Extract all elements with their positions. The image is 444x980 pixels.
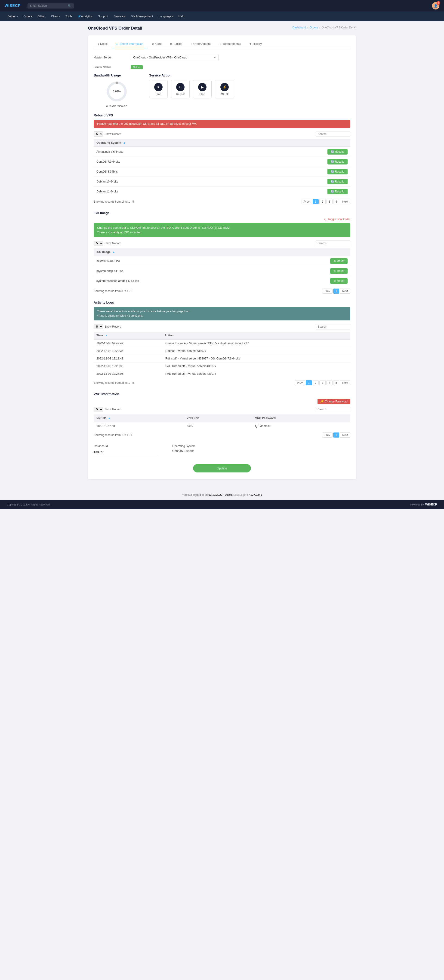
- tab-history[interactable]: ↺ History: [245, 40, 266, 48]
- activity-search-input[interactable]: [316, 324, 350, 329]
- menu-billing[interactable]: Billing: [35, 11, 48, 21]
- change-password-button[interactable]: 🔑 Change Password: [318, 399, 350, 404]
- instance-id-input[interactable]: [94, 449, 158, 455]
- activity-logs-section: Activity Logs: [94, 301, 350, 304]
- master-server-select[interactable]: OneCloud - OneProvider VPS - OneCloud: [131, 54, 219, 61]
- vnc-table-controls: 5 Show Record: [94, 407, 350, 412]
- activity-sort-icon: ▲: [105, 334, 107, 337]
- iso-search-input[interactable]: [316, 240, 350, 246]
- activity-page-5-btn[interactable]: 5: [333, 380, 340, 385]
- rebuild-page-1-btn[interactable]: 1: [313, 199, 319, 204]
- tab-blocks[interactable]: ▦ Blocks: [166, 40, 186, 48]
- rebuild-os-header[interactable]: Operating System ▲: [94, 139, 241, 147]
- stop-button[interactable]: ■ Stop: [149, 80, 168, 99]
- os-field: Operating System CentOS 8 64bits: [172, 444, 195, 455]
- activity-show-record-select[interactable]: 5: [94, 324, 103, 329]
- rebuild-centos79-button[interactable]: 🔄 Rebuild: [327, 159, 348, 164]
- tab-order-addons[interactable]: + Order Addons: [186, 40, 216, 48]
- rebuild-show-record-select[interactable]: 5: [94, 132, 103, 137]
- vnc-password-header: VNC Password: [252, 414, 350, 422]
- menu-help[interactable]: Help: [176, 11, 187, 21]
- activity-time-header[interactable]: Time ▲: [94, 332, 162, 339]
- menu-support[interactable]: Support: [95, 11, 111, 21]
- vnc-section: VNC Information: [94, 392, 350, 396]
- menu-services[interactable]: Services: [111, 11, 128, 21]
- rebuild-debian11-button[interactable]: 🔄 Rebuild: [327, 189, 348, 194]
- vnc-search-input[interactable]: [316, 407, 350, 412]
- iso-next-btn[interactable]: Next: [340, 288, 350, 294]
- vnc-next-btn[interactable]: Next: [340, 433, 350, 438]
- update-button[interactable]: Update: [193, 464, 251, 473]
- top-navigation: WISECP 🔍 👤 4: [0, 0, 444, 11]
- iso-sort-icon: ▲: [112, 250, 115, 254]
- rebuild-page-3-btn[interactable]: 3: [326, 199, 332, 204]
- activity-next-btn[interactable]: Next: [340, 380, 350, 385]
- iso-page-1-btn[interactable]: 1: [333, 288, 340, 294]
- menu-settings[interactable]: Settings: [5, 11, 21, 21]
- mount-mikrotik-button[interactable]: ⊕ Mount: [330, 258, 348, 264]
- activity-page-2-btn[interactable]: 2: [313, 380, 319, 385]
- breadcrumb-dashboard[interactable]: Dashboard: [292, 26, 306, 29]
- iso-action-header: [268, 248, 350, 256]
- activity-page-4-btn[interactable]: 4: [326, 380, 332, 385]
- log-time: 2022-12-03 12:25:30: [94, 363, 162, 370]
- iso-show-record-select[interactable]: 5: [94, 241, 103, 246]
- iso-name: mikrotik-6.48.6.iso: [94, 256, 268, 266]
- os-name: Debian 11 64bits: [94, 187, 241, 197]
- rebuild-pagination-info: Showing records from 16 to 1 - 5: [94, 200, 134, 203]
- tab-requirements[interactable]: ✓ Requirements: [215, 40, 245, 48]
- rebuild-btn-cell: 🔄 Rebuild: [241, 177, 350, 187]
- pae-on-button[interactable]: ⚡ PAE On: [215, 80, 234, 99]
- tab-server-information[interactable]: ☰ Server Information: [112, 40, 147, 48]
- rebuild-debian10-button[interactable]: 🔄 Rebuild: [327, 179, 348, 185]
- toggle-boot-icon: >_: [324, 218, 327, 221]
- rebuild-prev-btn[interactable]: Prev: [302, 199, 312, 204]
- menu-tools[interactable]: Tools: [63, 11, 75, 21]
- menu-clients[interactable]: Clients: [48, 11, 63, 21]
- start-button[interactable]: ▶ Start: [193, 80, 212, 99]
- rebuild-next-btn[interactable]: Next: [340, 199, 350, 204]
- breadcrumb-orders[interactable]: Orders: [310, 26, 318, 29]
- vnc-show-record-select[interactable]: 5: [94, 407, 103, 412]
- service-action-title: Service Action: [149, 73, 350, 77]
- rebuild-page-2-btn[interactable]: 2: [319, 199, 326, 204]
- vnc-page-1-btn[interactable]: 1: [333, 433, 340, 438]
- log-time: 2022-12-03 12:18:43: [94, 355, 162, 363]
- rebuild-vps-title: Rebuild VPS: [94, 113, 350, 117]
- iso-prev-btn[interactable]: Prev: [322, 288, 332, 294]
- activity-page-3-btn[interactable]: 3: [319, 380, 326, 385]
- page-header: OneCloud VPS Order Detail Dashboard / Or…: [88, 26, 356, 31]
- menu-site-management[interactable]: Site Management: [128, 11, 156, 21]
- vnc-port: 6459: [184, 422, 252, 430]
- app-logo: WISECP: [5, 4, 21, 8]
- mount-mysrcd-button[interactable]: ⊕ Mount: [330, 268, 348, 274]
- activity-prev-btn[interactable]: Prev: [295, 380, 305, 385]
- breadcrumb: Dashboard / Orders / OneCloud VPS Order …: [292, 26, 356, 29]
- mount-systemrescue-button[interactable]: ⊕ Mount: [330, 278, 348, 284]
- tab-core[interactable]: ⚙ Core: [147, 40, 166, 48]
- rebuild-sort-icon: ▲: [123, 141, 126, 145]
- activity-table-controls: 5 Show Record: [94, 324, 350, 329]
- toggle-boot-order-button[interactable]: >_ Toggle Boot Order: [324, 218, 350, 221]
- tab-detail[interactable]: ℹ Detail: [94, 40, 112, 48]
- rebuild-page-4-btn[interactable]: 4: [333, 199, 340, 204]
- search-icon: 🔍: [68, 4, 72, 8]
- main-footer: Copyright © 2022 All Rights Reserved. Po…: [0, 500, 444, 509]
- rebuild-almalinux-button[interactable]: 🔄 Rebuild: [327, 149, 348, 154]
- reboot-button[interactable]: ↻ Reboot: [171, 80, 190, 99]
- user-avatar[interactable]: 👤 4: [432, 2, 439, 10]
- menu-orders[interactable]: Orders: [21, 11, 35, 21]
- search-bar[interactable]: 🔍: [27, 3, 74, 8]
- iso-image-header[interactable]: ISO Image ▲: [94, 248, 268, 256]
- breadcrumb-current: OneCloud VPS Order Detail: [322, 26, 356, 29]
- table-row: systemrescuecd-amd64-6.1.6.iso ⊕ Mount: [94, 276, 350, 286]
- activity-page-1-btn[interactable]: 1: [306, 380, 312, 385]
- iso-name: mysrcd-dhcp-511.iso: [94, 266, 268, 276]
- rebuild-centos8-button[interactable]: 🔄 Rebuild: [327, 169, 348, 174]
- vnc-prev-btn[interactable]: Prev: [322, 433, 332, 438]
- menu-languages[interactable]: Languages: [156, 11, 176, 21]
- rebuild-search-input[interactable]: [316, 131, 350, 137]
- vnc-ip-header[interactable]: VNC IP ▲: [94, 414, 184, 422]
- menu-analytics[interactable]: WAnalytics: [75, 11, 95, 21]
- search-input[interactable]: [30, 4, 67, 7]
